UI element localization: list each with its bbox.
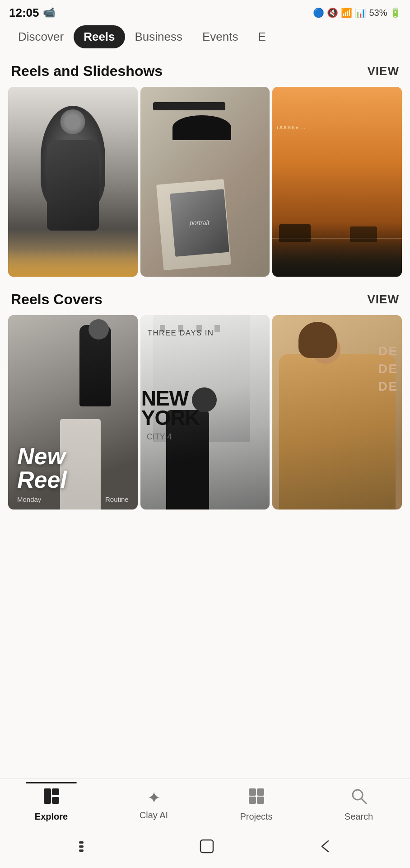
wifi-icon: 📶 [341,7,352,18]
reels-section-title: Reels and Slideshows [11,63,163,80]
svg-rect-6 [257,797,264,804]
bottom-tab-bar: Explore ✦ Clay AI Projects Search [0,778,410,828]
mute-icon: 🔇 [327,7,338,18]
svg-rect-11 [79,849,84,852]
tab-reels[interactable]: Reels [74,25,125,48]
svg-rect-0 [44,788,51,804]
explore-icon [43,788,60,809]
android-home-button[interactable] [199,838,215,858]
de-text-overlay: DE DE DE [378,342,399,396]
cover-overlay-sub: Monday Routine [17,495,129,503]
reel-image-1[interactable] [8,87,138,277]
reels-section-header: Reels and Slideshows VIEW [0,48,410,87]
tab-more[interactable]: E [248,25,276,48]
svg-rect-10 [79,845,84,848]
svg-line-8 [361,798,366,803]
tab-projects[interactable]: Projects [205,788,308,822]
ny-text-sub: CITY 4 [147,432,172,442]
battery-display: 53% 🔋 [369,7,401,18]
top-nav: Discover Reels Business Events E [0,25,410,48]
reel-image-2[interactable]: portrait [140,87,270,277]
covers-section-header: Reels Covers VIEW [0,277,410,315]
reels-image-grid: portrait iA8She... [0,87,410,277]
status-bar: 12:05 📹 🔵 🔇 📶 📊 53% 🔋 [0,0,410,25]
explore-label: Explore [35,811,68,822]
reels-view-link[interactable]: VIEW [367,64,399,78]
search-icon [350,788,368,809]
status-time: 12:05 📹 [9,6,55,20]
covers-image-grid: NewReel Monday Routine [0,315,410,509]
svg-rect-1 [52,788,59,795]
svg-rect-3 [249,788,256,796]
android-menu-button[interactable] [79,840,95,857]
camera-status-icon: 📹 [43,7,55,19]
svg-rect-5 [249,797,256,804]
tab-clay-ai[interactable]: ✦ Clay AI [102,788,205,821]
ny-text-main: NEWYORK [141,389,200,428]
svg-rect-9 [79,841,84,844]
reel-image-3[interactable]: iA8She... [272,87,402,277]
cover-sub-left: Monday [17,495,41,503]
cover-overlay-title: NewReel [17,444,67,491]
status-icons: 🔵 🔇 📶 📊 53% 🔋 [313,7,401,18]
tab-events[interactable]: Events [192,25,248,48]
android-back-button[interactable] [318,838,331,858]
cover-image-1[interactable]: NewReel Monday Routine [8,315,138,509]
tab-discover[interactable]: Discover [8,25,74,48]
clay-ai-icon: ✦ [147,788,161,807]
tab-explore[interactable]: Explore [0,788,102,822]
signal-icon: 📊 [355,7,366,18]
covers-view-link[interactable]: VIEW [367,292,399,307]
search-label: Search [345,811,373,822]
svg-rect-4 [257,788,264,796]
clay-ai-label: Clay AI [140,810,168,821]
tab-search[interactable]: Search [308,788,410,822]
bluetooth-icon: 🔵 [313,7,324,18]
covers-section-title: Reels Covers [11,291,102,308]
cover-image-2[interactable]: THREE DAYS IN NEWYORK CITY 4 [140,315,270,509]
tab-business[interactable]: Business [125,25,193,48]
projects-icon [248,788,265,809]
cover-sub-right: Routine [105,495,129,503]
cover-image-3[interactable]: DE DE DE [272,315,402,509]
android-nav-bar [0,828,410,868]
svg-rect-2 [52,797,59,804]
svg-rect-12 [200,840,213,853]
time-display: 12:05 [9,6,39,20]
projects-label: Projects [240,811,272,822]
ny-text-top: THREE DAYS IN [148,329,214,338]
